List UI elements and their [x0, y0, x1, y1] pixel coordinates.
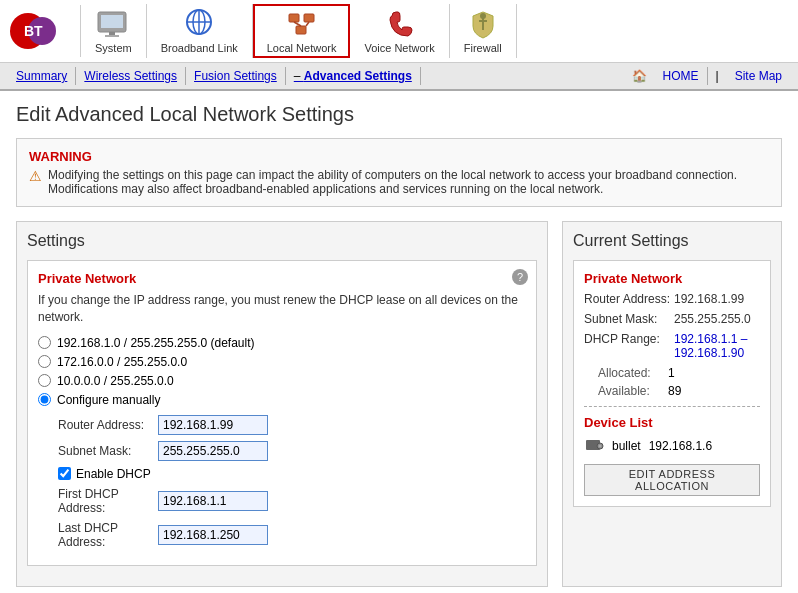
main-content: Edit Advanced Local Network Settings WAR…: [0, 91, 798, 593]
last-dhcp-input[interactable]: [158, 525, 268, 545]
nav-item-system[interactable]: System: [81, 4, 147, 58]
radio-input-3[interactable]: [38, 374, 51, 387]
first-dhcp-label: First DHCP Address:: [58, 487, 158, 515]
last-dhcp-field: Last DHCP Address:: [58, 521, 526, 549]
current-router-label: Router Address:: [584, 292, 674, 306]
local-network-icon: [284, 8, 320, 40]
home-link[interactable]: HOME: [655, 67, 708, 85]
radio-label-3: 10.0.0.0 / 255.255.0.0: [57, 374, 174, 388]
radio-label-4: Configure manually: [57, 393, 160, 407]
device-ip: 192.168.1.6: [649, 439, 712, 453]
subnav-summary[interactable]: Summary: [8, 67, 76, 85]
settings-column: Settings ? Private Network If you change…: [16, 221, 548, 587]
radio-input-2[interactable]: [38, 355, 51, 368]
current-available-label: Available:: [598, 384, 668, 398]
top-nav: System Broadband Link Local Network: [81, 4, 798, 58]
page-title: Edit Advanced Local Network Settings: [16, 103, 782, 126]
current-allocated-label: Allocated:: [598, 366, 668, 380]
enable-dhcp-checkbox[interactable]: [58, 467, 71, 480]
nav-separator: |: [716, 69, 719, 83]
svg-text:BT: BT: [24, 23, 43, 39]
settings-title: Settings: [27, 232, 537, 250]
ip-range-radio-group: 192.168.1.0 / 255.255.255.0 (default) 17…: [38, 336, 526, 407]
current-settings-title: Current Settings: [573, 232, 771, 250]
current-dhcp-range-row: DHCP Range: 192.168.1.1 –192.168.1.90: [584, 332, 760, 360]
current-allocated-row: Allocated: 1: [598, 366, 760, 380]
svg-point-19: [599, 445, 602, 448]
device-item: bullet 192.168.1.6: [584, 436, 760, 456]
first-dhcp-input[interactable]: [158, 491, 268, 511]
warning-triangle-icon: ⚠: [29, 168, 42, 184]
bt-logo: BT: [10, 9, 70, 53]
svg-rect-12: [304, 14, 314, 22]
current-dhcp-value: 192.168.1.1 –192.168.1.90: [674, 332, 747, 360]
nav-label-local-network: Local Network: [267, 42, 337, 54]
device-name: bullet: [612, 439, 641, 453]
radio-label-1: 192.168.1.0 / 255.255.255.0 (default): [57, 336, 255, 350]
sub-navigation: Summary Wireless Settings Fusion Setting…: [0, 63, 798, 91]
warning-message: Modifying the settings on this page can …: [48, 168, 769, 196]
svg-point-16: [480, 13, 486, 19]
radio-option-4[interactable]: Configure manually: [38, 393, 526, 407]
current-available-value: 89: [668, 384, 681, 398]
current-settings-inner: Private Network Router Address: 192.168.…: [573, 260, 771, 507]
svg-rect-5: [109, 32, 115, 35]
nav-item-firewall[interactable]: Firewall: [450, 4, 517, 58]
svg-rect-4: [101, 15, 123, 28]
warning-text: ⚠ Modifying the settings on this page ca…: [29, 168, 769, 196]
subnav-advanced-settings[interactable]: – Advanced Settings: [286, 67, 421, 85]
device-icon: [584, 436, 604, 456]
radio-input-4[interactable]: [38, 393, 51, 406]
page-header: BT System Broadband Link: [0, 0, 798, 63]
svg-rect-6: [105, 35, 119, 37]
nav-label-voice-network: Voice Network: [364, 42, 434, 54]
device-list-title: Device List: [584, 415, 760, 430]
current-router-address-row: Router Address: 192.168.1.99: [584, 292, 760, 306]
private-network-desc: If you change the IP address range, you …: [38, 292, 526, 326]
section-divider: [584, 406, 760, 407]
nav-label-system: System: [95, 42, 132, 54]
subnet-mask-field: Subnet Mask:: [58, 441, 526, 461]
current-private-network-title: Private Network: [584, 271, 760, 286]
first-dhcp-field: First DHCP Address:: [58, 487, 526, 515]
nav-item-local-network[interactable]: Local Network: [253, 4, 351, 58]
svg-line-15: [306, 22, 309, 26]
help-icon[interactable]: ?: [512, 269, 528, 285]
enable-dhcp-row: Enable DHCP: [58, 467, 526, 481]
private-network-settings: ? Private Network If you change the IP a…: [27, 260, 537, 566]
radio-option-1[interactable]: 192.168.1.0 / 255.255.255.0 (default): [38, 336, 526, 350]
sub-nav-right: 🏠 HOME | Site Map: [632, 67, 790, 85]
radio-option-2[interactable]: 172.16.0.0 / 255.255.0.0: [38, 355, 526, 369]
private-network-title: Private Network: [38, 271, 526, 286]
sitemap-link[interactable]: Site Map: [727, 67, 790, 85]
system-icon: [95, 8, 131, 40]
current-subnet-label: Subnet Mask:: [584, 312, 674, 326]
last-dhcp-label: Last DHCP Address:: [58, 521, 158, 549]
svg-rect-13: [296, 26, 306, 34]
warning-box: WARNING ⚠ Modifying the settings on this…: [16, 138, 782, 207]
nav-label-broadband-link: Broadband Link: [161, 42, 238, 54]
subnet-mask-input[interactable]: [158, 441, 268, 461]
router-address-label: Router Address:: [58, 418, 158, 432]
radio-label-2: 172.16.0.0 / 255.255.0.0: [57, 355, 187, 369]
current-subnet-value: 255.255.255.0: [674, 312, 751, 326]
subnav-fusion-settings[interactable]: Fusion Settings: [186, 67, 286, 85]
nav-item-voice-network[interactable]: Voice Network: [350, 4, 449, 58]
nav-label-firewall: Firewall: [464, 42, 502, 54]
broadband-link-icon: [181, 8, 217, 40]
current-router-value: 192.168.1.99: [674, 292, 744, 306]
svg-rect-11: [289, 14, 299, 22]
warning-title: WARNING: [29, 149, 769, 164]
home-icon: 🏠: [632, 69, 647, 83]
two-column-layout: Settings ? Private Network If you change…: [16, 221, 782, 587]
router-address-input[interactable]: [158, 415, 268, 435]
current-settings-column: Current Settings Private Network Router …: [562, 221, 782, 587]
enable-dhcp-label: Enable DHCP: [76, 467, 151, 481]
nav-item-broadband-link[interactable]: Broadband Link: [147, 4, 253, 58]
subnav-wireless-settings[interactable]: Wireless Settings: [76, 67, 186, 85]
edit-address-allocation-button[interactable]: EDIT ADDRESS ALLOCATION: [584, 464, 760, 496]
bt-logo-svg: BT: [10, 9, 70, 53]
logo-area: BT: [0, 5, 81, 57]
radio-option-3[interactable]: 10.0.0.0 / 255.255.0.0: [38, 374, 526, 388]
radio-input-1[interactable]: [38, 336, 51, 349]
